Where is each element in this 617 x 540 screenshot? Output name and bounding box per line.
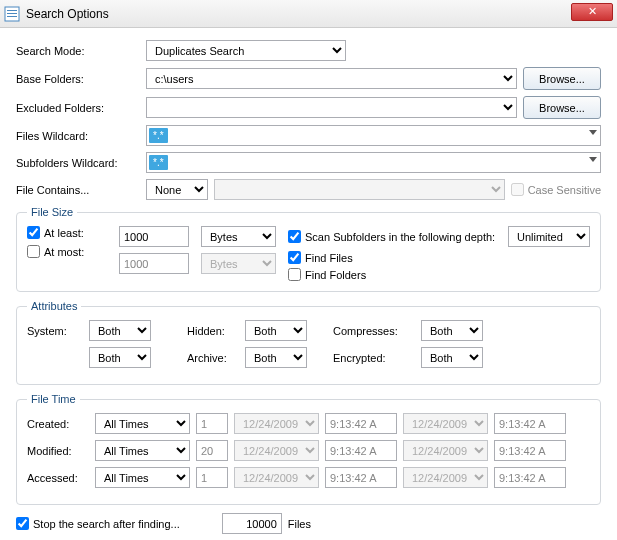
file-size-group: File Size At least: At most: Bytes Bytes… <box>16 206 601 292</box>
find-folders-check[interactable]: Find Folders <box>288 268 590 281</box>
encrypted-select[interactable]: Both <box>421 347 483 368</box>
stop-after-check[interactable]: Stop the search after finding... <box>16 517 180 530</box>
at-most-check[interactable]: At most: <box>27 245 107 258</box>
files-label: Files <box>288 518 311 530</box>
search-mode-select[interactable]: Duplicates Search <box>146 40 346 61</box>
find-files-check[interactable]: Find Files <box>288 251 590 264</box>
modified-time1[interactable] <box>325 440 397 461</box>
app-icon <box>4 6 20 22</box>
file-time-group: File Time Created: All Times 12/24/2009 … <box>16 393 601 505</box>
archive-select[interactable]: Both <box>245 347 307 368</box>
accessed-date2[interactable]: 12/24/2009 <box>403 467 488 488</box>
accessed-time1[interactable] <box>325 467 397 488</box>
subfolders-wildcard-label: Subfolders Wildcard: <box>16 157 146 169</box>
modified-date2[interactable]: 12/24/2009 <box>403 440 488 461</box>
files-wildcard-label: Files Wildcard: <box>16 130 146 142</box>
base-folders-label: Base Folders: <box>16 73 146 85</box>
stop-after-count[interactable] <box>222 513 282 534</box>
accessed-label: Accessed: <box>27 472 89 484</box>
wildcard-tag: *.* <box>149 155 168 170</box>
svg-rect-3 <box>7 16 17 17</box>
attributes-legend: Attributes <box>27 300 81 312</box>
search-mode-label: Search Mode: <box>16 45 146 57</box>
files-wildcard-input[interactable]: *.* <box>146 125 601 146</box>
window-title: Search Options <box>26 7 109 21</box>
wildcard-tag: *.* <box>149 128 168 143</box>
excluded-folders-label: Excluded Folders: <box>16 102 146 114</box>
compresses-select[interactable]: Both <box>421 320 483 341</box>
excluded-folders-combo[interactable] <box>146 97 517 118</box>
contains-mode-select[interactable]: None <box>146 179 208 200</box>
file-contains-label: File Contains... <box>16 184 146 196</box>
scan-subfolders-check[interactable]: Scan Subfolders in the following depth: <box>288 230 495 243</box>
case-sensitive-checkbox[interactable] <box>511 183 524 196</box>
accessed-date1[interactable]: 12/24/2009 <box>234 467 319 488</box>
modified-time2[interactable] <box>494 440 566 461</box>
svg-rect-1 <box>7 10 17 11</box>
contains-text-input[interactable] <box>214 179 505 200</box>
accessed-n[interactable] <box>196 467 228 488</box>
system-label: System: <box>27 325 81 337</box>
browse-base-button[interactable]: Browse... <box>523 67 601 90</box>
at-most-input[interactable] <box>119 253 189 274</box>
encrypted-label: Encrypted: <box>333 352 413 364</box>
accessed-select[interactable]: All Times <box>95 467 190 488</box>
depth-select[interactable]: Unlimited <box>508 226 590 247</box>
svg-rect-2 <box>7 13 17 14</box>
chevron-down-icon <box>589 130 597 135</box>
modified-date1[interactable]: 12/24/2009 <box>234 440 319 461</box>
file-size-legend: File Size <box>27 206 77 218</box>
created-time1[interactable] <box>325 413 397 434</box>
created-select[interactable]: All Times <box>95 413 190 434</box>
file-time-legend: File Time <box>27 393 80 405</box>
created-date2[interactable]: 12/24/2009 <box>403 413 488 434</box>
chevron-down-icon <box>589 157 597 162</box>
created-n[interactable] <box>196 413 228 434</box>
subfolders-wildcard-input[interactable]: *.* <box>146 152 601 173</box>
created-date1[interactable]: 12/24/2009 <box>234 413 319 434</box>
system-select[interactable]: Both <box>89 320 151 341</box>
unnamed-select[interactable]: Both <box>89 347 151 368</box>
browse-excluded-button[interactable]: Browse... <box>523 96 601 119</box>
created-label: Created: <box>27 418 89 430</box>
at-least-unit[interactable]: Bytes <box>201 226 276 247</box>
compresses-label: Compresses: <box>333 325 413 337</box>
close-button[interactable]: ✕ <box>571 3 613 21</box>
accessed-time2[interactable] <box>494 467 566 488</box>
at-most-unit[interactable]: Bytes <box>201 253 276 274</box>
modified-n[interactable] <box>196 440 228 461</box>
modified-select[interactable]: All Times <box>95 440 190 461</box>
base-folders-combo[interactable]: c:\users <box>146 68 517 89</box>
hidden-select[interactable]: Both <box>245 320 307 341</box>
case-sensitive-check[interactable]: Case Sensitive <box>511 183 601 196</box>
close-icon: ✕ <box>588 5 597 17</box>
modified-label: Modified: <box>27 445 89 457</box>
created-time2[interactable] <box>494 413 566 434</box>
attributes-group: Attributes System: Both Hidden: Both Com… <box>16 300 601 385</box>
titlebar: Search Options ✕ <box>0 0 617 28</box>
hidden-label: Hidden: <box>187 325 237 337</box>
at-least-check[interactable]: At least: <box>27 226 107 239</box>
archive-label: Archive: <box>187 352 237 364</box>
at-least-input[interactable] <box>119 226 189 247</box>
